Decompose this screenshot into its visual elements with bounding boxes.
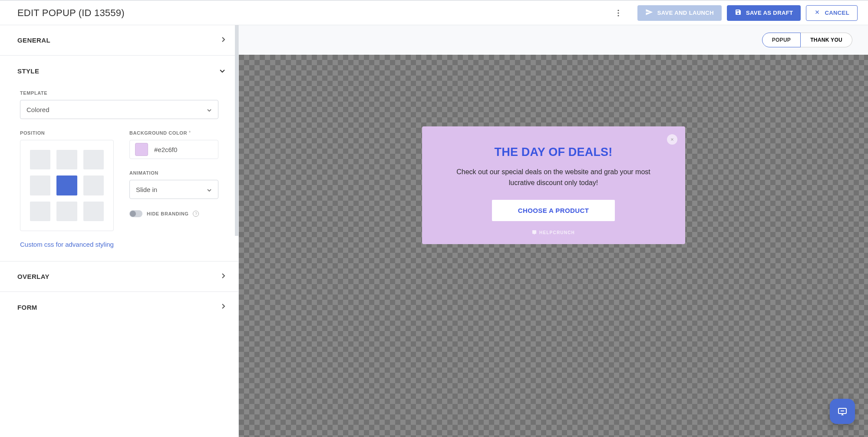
popup-heading: THE DAY OF DEALS! (495, 146, 613, 159)
style-panel: TEMPLATE Colored POSITION (0, 86, 238, 262)
template-value: Colored (26, 106, 50, 113)
svg-point-2 (617, 15, 619, 16)
bg-color-value: #e2c6f0 (154, 146, 177, 153)
send-icon (645, 8, 657, 17)
scrollbar[interactable] (235, 25, 238, 236)
position-bottom-left[interactable] (30, 202, 50, 221)
close-icon (814, 9, 825, 17)
template-select[interactable]: Colored (20, 100, 218, 119)
page-title: EDIT POPUP (ID 13559) (17, 7, 125, 19)
cancel-label: CANCEL (825, 10, 849, 16)
save-and-launch-button[interactable]: SAVE AND LAUNCH (637, 5, 722, 21)
chevron-right-icon (221, 303, 225, 311)
popup-body-text: Check out our special deals on the websi… (449, 167, 658, 189)
popup-close-icon[interactable] (667, 134, 677, 145)
brand-icon (532, 230, 537, 235)
position-bottom-right[interactable] (83, 202, 104, 221)
animation-value: Slide in (136, 186, 157, 193)
hide-branding-label: HIDE BRANDING (147, 211, 188, 216)
popup-cta-button[interactable]: CHOOSE A PRODUCT (492, 200, 615, 221)
custom-css-link[interactable]: Custom css for advanced styling (20, 241, 218, 248)
topbar: EDIT POPUP (ID 13559) SAVE AND LAUNCH SA… (0, 1, 868, 25)
section-overlay-label: OVERLAY (17, 273, 50, 280)
editor-sidebar: GENERAL STYLE TEMPLATE Colored POSITION (0, 25, 239, 437)
section-style-label: STYLE (17, 67, 39, 75)
tab-thank-you[interactable]: THANK YOU (801, 33, 852, 47)
hide-branding-toggle[interactable] (129, 210, 142, 217)
position-middle-left[interactable] (30, 175, 50, 195)
preview-pane: POPUP THANK YOU THE DAY OF DEALS! Check … (239, 25, 868, 437)
position-top-right[interactable] (83, 150, 104, 169)
save-as-draft-button[interactable]: SAVE AS DRAFT (727, 5, 801, 21)
svg-point-1 (617, 12, 619, 13)
section-form-label: FORM (17, 304, 37, 311)
save-icon (735, 9, 746, 17)
position-block: POSITION (20, 130, 114, 231)
position-top-center[interactable] (56, 150, 77, 169)
save-as-draft-label: SAVE AS DRAFT (746, 10, 793, 16)
position-middle-right[interactable] (83, 175, 104, 195)
save-and-launch-label: SAVE AND LAUNCH (657, 10, 714, 16)
position-grid (20, 140, 114, 231)
chevron-right-icon (221, 273, 225, 281)
svg-point-0 (617, 10, 619, 11)
popup-preview: THE DAY OF DEALS! Check out our special … (422, 126, 685, 244)
more-icon[interactable] (613, 8, 624, 18)
section-form[interactable]: FORM (0, 292, 238, 322)
bg-color-label: BACKGROUND COLOR* (129, 130, 218, 136)
section-general[interactable]: GENERAL (0, 25, 238, 56)
help-icon[interactable]: ? (193, 211, 199, 217)
bg-color-input[interactable]: #e2c6f0 (129, 140, 218, 159)
chevron-down-icon (207, 106, 212, 113)
section-general-label: GENERAL (17, 36, 50, 44)
template-label: TEMPLATE (20, 90, 218, 96)
tab-popup[interactable]: POPUP (762, 33, 801, 47)
section-overlay[interactable]: OVERLAY (0, 262, 238, 292)
animation-label: ANIMATION (129, 170, 218, 175)
popup-branding: HELPCRUNCH (532, 230, 575, 235)
chevron-down-icon (207, 186, 212, 193)
animation-select[interactable]: Slide in (129, 180, 218, 199)
popup-brand-text: HELPCRUNCH (539, 230, 575, 235)
preview-canvas: THE DAY OF DEALS! Check out our special … (239, 55, 868, 437)
section-style[interactable]: STYLE (0, 56, 238, 86)
chevron-down-icon (219, 67, 225, 75)
chevron-right-icon (221, 36, 225, 44)
cancel-button[interactable]: CANCEL (806, 5, 858, 21)
position-top-left[interactable] (30, 150, 50, 169)
chat-fab[interactable] (830, 399, 855, 424)
position-bottom-center[interactable] (56, 202, 77, 221)
preview-tabs: POPUP THANK YOU (239, 25, 868, 55)
position-label: POSITION (20, 130, 114, 136)
color-swatch (135, 143, 148, 156)
position-middle-center[interactable] (56, 175, 77, 195)
